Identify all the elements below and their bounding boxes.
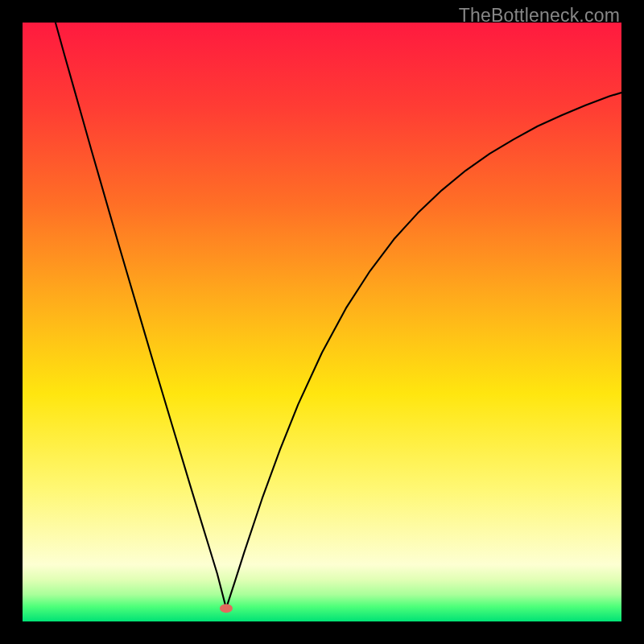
- plot-svg: [23, 23, 621, 621]
- plot-frame: [23, 23, 621, 621]
- gradient-bg: [23, 23, 621, 621]
- optimum-marker: [220, 604, 233, 613]
- watermark-text: TheBottleneck.com: [459, 5, 620, 27]
